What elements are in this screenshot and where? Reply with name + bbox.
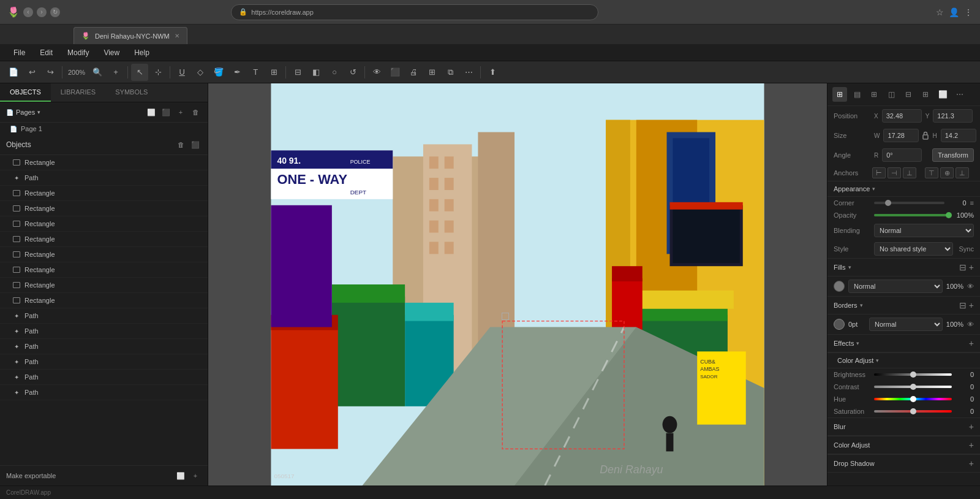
fill-type-select[interactable]: Normal Multiply Screen [848, 280, 943, 293]
back-button[interactable]: ‹ [23, 7, 33, 17]
menu-modify[interactable]: Modify [61, 47, 95, 58]
w-input[interactable] [883, 129, 919, 142]
appearance-section-header[interactable]: Appearance ▾ [827, 181, 980, 197]
lock-aspect-icon[interactable] [922, 131, 929, 140]
fills-add-icon[interactable]: + [969, 262, 974, 272]
list-item[interactable]: Rectangle [0, 201, 208, 216]
anchor-center-button[interactable]: ⊣ [888, 167, 901, 178]
page-dark-icon[interactable]: ⬛ [160, 106, 172, 118]
corner-settings-icon[interactable]: ≡ [970, 199, 974, 207]
zoom-in-button[interactable]: + [107, 64, 124, 81]
new-file-button[interactable]: 📄 [5, 64, 22, 81]
h-input[interactable] [941, 129, 976, 142]
border-color-swatch[interactable] [834, 319, 845, 330]
fill-color-swatch[interactable] [834, 281, 845, 292]
list-item[interactable]: Rectangle [0, 155, 208, 170]
list-item[interactable]: ✦ Path [0, 170, 208, 186]
drop-shadow-add-icon[interactable]: + [969, 459, 974, 468]
list-item[interactable]: Rectangle [0, 293, 208, 308]
properties-icon[interactable]: ⊞ [832, 87, 847, 102]
list-item[interactable]: ✦ Path [0, 324, 208, 339]
arrange-icon[interactable]: ⊞ [918, 87, 933, 102]
tab-symbols[interactable]: SYMBOLS [105, 83, 157, 102]
import-export-button[interactable]: ⬆ [484, 64, 501, 81]
page-1-item[interactable]: 📄 Page 1 [0, 123, 208, 135]
menu-edit[interactable]: Edit [34, 47, 59, 58]
ellipse-tool[interactable]: ○ [326, 64, 343, 81]
profile-icon[interactable]: 👤 [949, 7, 959, 17]
border-type-select[interactable]: Normal [869, 318, 943, 331]
layout-icon[interactable]: ▤ [850, 87, 864, 102]
pen-tool[interactable]: ✒ [228, 64, 246, 81]
color-adjust-add-icon[interactable]: + [969, 440, 974, 450]
fill-tool[interactable]: 🪣 [210, 64, 227, 81]
angle-input[interactable] [882, 148, 922, 162]
anchor-bottom-button[interactable]: ⊥ [956, 167, 969, 178]
blending-select[interactable]: Normal Multiply Screen Overlay [874, 224, 974, 237]
pages-dropdown-icon[interactable]: ▾ [37, 109, 40, 115]
select-tool[interactable]: ↖ [131, 64, 148, 81]
drop-shadow-header[interactable]: Drop Shadow + [827, 454, 980, 473]
anchor-right-button[interactable]: ⊥ [903, 167, 916, 178]
text-tool[interactable]: T [247, 64, 264, 81]
list-item[interactable]: ✦ Path [0, 308, 208, 324]
effects-section-header[interactable]: Effects ▾ + [827, 334, 980, 352]
color-adjust-bottom-header[interactable]: Color Adjust + [827, 436, 980, 454]
brightness-slider[interactable] [874, 373, 952, 376]
add-icon[interactable]: + [189, 470, 202, 482]
bookmark-icon[interactable]: ☆ [936, 7, 944, 17]
forward-button[interactable]: › [37, 7, 47, 17]
export-panel-icon[interactable]: ⬜ [935, 87, 950, 102]
tab-libraries[interactable]: LIBRARIES [51, 83, 105, 102]
anchor-middle-button[interactable]: ⊕ [940, 167, 954, 178]
more-tool[interactable]: ⋯ [460, 64, 477, 81]
menu-dots-icon[interactable]: ⋮ [964, 7, 973, 17]
blur-add-icon[interactable]: + [969, 422, 974, 432]
export-tool[interactable]: ⬛ [386, 64, 404, 81]
contrast-slider[interactable] [874, 386, 952, 388]
sync-label[interactable]: Sync [959, 245, 974, 253]
fill-visibility-icon[interactable]: 👁 [967, 283, 974, 290]
zoom-out-button[interactable]: 🔍 [89, 64, 106, 81]
shape-tool[interactable]: ◇ [192, 64, 209, 81]
list-item[interactable]: Rectangle [0, 278, 208, 293]
list-item[interactable]: ✦ Path [0, 339, 208, 354]
page-delete-icon[interactable]: 🗑 [189, 106, 202, 118]
align-icon[interactable]: ◫ [884, 87, 899, 102]
list-item[interactable]: Rectangle [0, 216, 208, 232]
align-tool[interactable]: ⊞ [265, 64, 282, 81]
tab-close-button[interactable]: ✕ [175, 32, 179, 39]
duplicate-tool[interactable]: ⧉ [442, 64, 459, 81]
menu-file[interactable]: File [7, 47, 31, 58]
menu-help[interactable]: Help [128, 47, 156, 58]
border-visibility-icon[interactable]: 👁 [967, 321, 974, 328]
align-left-button[interactable]: ◧ [307, 64, 325, 81]
corner-slider[interactable] [874, 202, 944, 204]
list-item[interactable]: ✦ Path [0, 370, 208, 385]
y-input[interactable] [933, 109, 973, 123]
canvas-cursor[interactable] [505, 316, 510, 321]
anchor-left-button[interactable]: ⊢ [872, 167, 886, 178]
style-select[interactable]: No shared style [874, 242, 953, 256]
page-add-icon[interactable]: + [175, 106, 187, 118]
effects-add-icon[interactable]: + [969, 338, 974, 348]
more-panel-icon[interactable]: ⋯ [952, 87, 967, 102]
fills-section-header[interactable]: Fills ▾ ⊟ + [827, 258, 980, 276]
borders-settings-icon[interactable]: ⊟ [959, 300, 967, 310]
active-tab[interactable]: 🌷 Deni Rahayu-NYC-NWM ✕ [74, 27, 187, 44]
export-icon[interactable]: ⬜ [175, 470, 187, 482]
underline-tool[interactable]: U [173, 64, 190, 81]
print-tool[interactable]: 🖨 [405, 64, 422, 81]
list-item[interactable]: Rectangle [0, 232, 208, 247]
list-item[interactable]: Rectangle [0, 186, 208, 201]
fills-settings-icon[interactable]: ⊟ [959, 262, 967, 272]
blur-section-header[interactable]: Blur + [827, 417, 980, 436]
view-tool[interactable]: 👁 [368, 64, 385, 81]
list-item[interactable]: Rectangle [0, 262, 208, 278]
color-adjust-header[interactable]: Color Adjust ▾ [827, 352, 980, 368]
rotate-tool[interactable]: ↺ [344, 64, 361, 81]
transform-button[interactable]: Transform [932, 148, 974, 162]
redo-button[interactable]: ↪ [42, 64, 59, 81]
grid-icon[interactable]: ⊞ [867, 87, 881, 102]
menu-view[interactable]: View [97, 47, 126, 58]
